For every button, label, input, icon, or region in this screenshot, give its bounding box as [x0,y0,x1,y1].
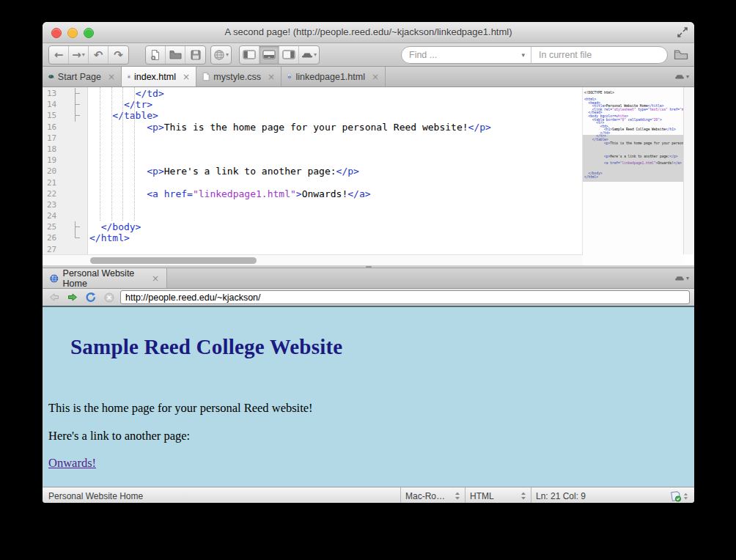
caret-down-icon: ▾ [686,73,689,80]
preview-button-group: ▾ [210,45,232,65]
save-button[interactable] [185,46,205,64]
folder-icon [674,49,688,60]
code-pane[interactable]: </td> </tr> </table> <p>This is the home… [88,87,583,254]
browser-forward-button[interactable] [65,291,79,303]
vertical-scrollbar[interactable] [683,87,694,254]
open-folder-icon [169,50,182,59]
status-bar: Personal Website Home Mac-Ro… HTML Ln: 2… [43,487,694,503]
tab-mystyle-css[interactable]: mystyle.css × [196,67,281,86]
line-number: 27 [43,244,87,255]
code-line[interactable]: <p>This is the home page for your person… [88,122,583,133]
redo-icon: ↷ [114,48,123,62]
encoding-selector[interactable]: Mac-Ro… [400,487,465,503]
code-line[interactable] [88,210,583,221]
back-arrow-icon [48,292,60,302]
komodo-edit-window: A second page! (http://people.reed.edu/~… [43,22,694,503]
code-line[interactable]: </body> [88,221,583,232]
cursor-position-label: Ln: 21 Col: 9 [536,491,586,501]
line-number: 19 [43,155,87,166]
status-message: Personal Website Home [43,491,400,501]
minimap[interactable]: <!DOCTYPE html><html> <head> <title>Pers… [582,87,683,263]
open-file-button[interactable] [166,46,185,64]
splitter-grip[interactable] [366,266,372,268]
caret-down-icon: ▾ [314,51,317,58]
toggle-bottom-pane-button[interactable] [260,46,279,64]
close-icon[interactable]: × [268,72,275,82]
close-icon[interactable]: × [108,72,115,82]
undo-button[interactable]: ↶ [89,46,108,64]
close-button[interactable] [51,28,62,38]
tab-start-page[interactable]: Start Page × [43,67,122,86]
code-line[interactable]: </td> [88,88,583,99]
indent-guide [111,87,112,221]
browser-tab-list-button[interactable]: ▾ [674,268,689,288]
places-button[interactable] [674,49,688,60]
find-box: ▾ [402,47,531,63]
code-line[interactable] [88,177,583,188]
close-icon[interactable]: × [372,72,379,82]
indent-guide [134,87,135,221]
new-file-button[interactable] [146,46,166,64]
komodo-icon [48,73,54,81]
find-scope-selector[interactable]: In current file [531,47,667,63]
code-line[interactable] [88,155,583,166]
code-line[interactable] [88,244,583,254]
zoom-button[interactable] [84,28,94,38]
horizontal-scrollbar[interactable] [43,254,583,265]
undo-icon: ↶ [94,48,103,62]
tab-label: linkedpage1.html [295,72,365,82]
title-bar[interactable]: A second page! (http://people.reed.edu/~… [43,22,694,43]
code-line[interactable] [88,144,583,155]
code-line[interactable]: <p>Here's a link to another page:</p> [88,166,583,177]
syntax-status-button[interactable] [670,490,694,502]
toggle-right-pane-button[interactable] [279,46,299,64]
line-number: 17 [43,133,87,144]
fold-marker[interactable] [75,232,81,243]
toolbar: ← →▾ ↶ ↷ ▾ [43,43,694,67]
new-file-icon [150,49,161,61]
redo-button[interactable]: ↷ [108,46,128,64]
browser-preview-button[interactable]: ▾ [211,46,231,64]
browser-stop-button [102,291,116,303]
toolbox-drawer-button[interactable]: ▾ [299,46,319,64]
browser-tab[interactable]: Personal Website Home × [43,268,167,288]
browser-reload-button[interactable] [84,291,97,303]
fold-marker[interactable] [75,221,81,232]
fold-marker[interactable] [75,110,81,121]
language-selector[interactable]: HTML [465,487,531,503]
toggle-left-pane-button[interactable] [240,46,260,64]
drawer-icon [301,52,313,58]
close-icon[interactable]: × [152,273,159,284]
find-input[interactable] [402,50,519,60]
code-line[interactable]: <a href="linkedpage1.html">Onwards!</a> [88,188,583,199]
onwards-link[interactable]: Onwards! [48,456,96,471]
fold-marker[interactable] [75,99,81,110]
tab-index-html[interactable]: index.html × [122,67,196,86]
forward-button[interactable]: →▾ [69,46,89,64]
drawer-icon [674,74,685,79]
fullscreen-icon[interactable] [677,26,688,38]
line-number: 26 [43,232,87,243]
browser-tab-strip: Personal Website Home × ▾ [43,268,694,289]
code-line[interactable]: </html> [88,232,583,243]
code-line[interactable]: </table> [88,110,583,121]
tab-list-button[interactable]: ▾ [674,67,689,86]
fold-marker[interactable] [75,88,81,99]
tab-linkedpage1-html[interactable]: linkedpage1.html × [281,67,386,86]
code-line[interactable]: </tr> [88,99,583,110]
close-icon[interactable]: × [183,72,190,82]
code-line[interactable] [88,199,583,210]
drawer-icon [674,276,685,281]
page-paragraph-2: Here's a link to another page: [48,429,694,443]
syntax-check-icon [670,490,682,502]
url-input[interactable] [120,290,690,304]
indent-guide [122,87,123,221]
editor-tab-strip: Start Page × index.html × mystyle.css × … [43,67,694,87]
minimize-button[interactable] [67,28,78,38]
globe-icon [50,273,59,284]
horizontal-scrollbar-thumb[interactable] [90,257,257,264]
minimap-viewport[interactable] [583,135,683,182]
back-button[interactable]: ← [49,46,69,64]
stepper-icon [455,491,460,501]
code-line[interactable] [88,133,583,144]
